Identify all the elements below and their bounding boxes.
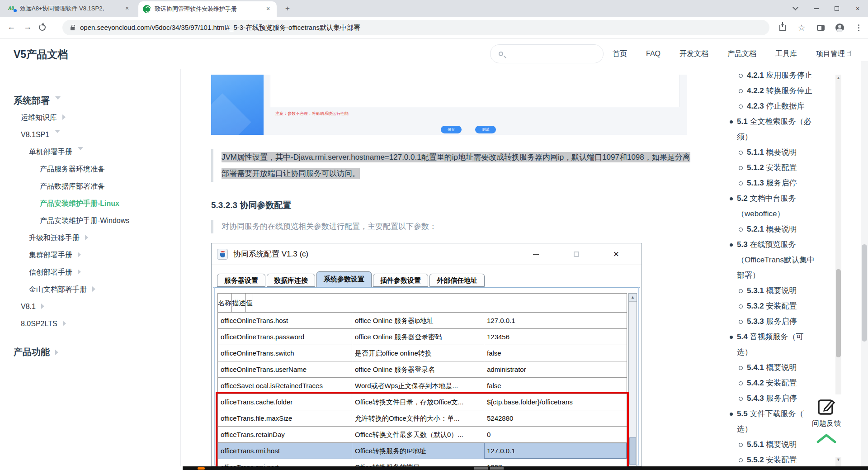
app-maximize-button (566, 243, 587, 265)
column-header: 名称 (218, 294, 232, 312)
toc-item[interactable]: 5.2 文档中台服务（weboffice） (729, 191, 817, 222)
toc-item[interactable]: 5.3.2 安装配置 (729, 299, 817, 314)
sidebar-item[interactable]: 单机部署手册 (0, 143, 180, 161)
cell-name: officeOnlineTrans.host (218, 313, 352, 328)
search-input[interactable] (508, 50, 597, 57)
sidebar-item[interactable]: 产品安装维护手册-Linux (0, 195, 180, 212)
table-row: officeOnlineTrans.switch 是否开启office onli… (218, 345, 627, 361)
toc-item[interactable]: 5.1.1 概要说明 (729, 145, 817, 160)
figure-button: 测试 (475, 126, 496, 133)
side-panel-button[interactable] (811, 25, 830, 31)
cell-description: office Online 服务器ip地址 (352, 313, 484, 328)
red-highlight-box (216, 392, 629, 469)
cell-name: officeSaveLocal.isRetainedTraces (218, 378, 352, 394)
sidebar-item[interactable]: 8.0SP2LTS (0, 315, 180, 332)
toc-item[interactable]: 5.1.3 服务启停 (729, 176, 817, 191)
sidebar-item[interactable]: 产品安装维护手册-Windows (0, 212, 180, 229)
feedback-widget: 问题反馈 (804, 394, 849, 457)
cell-description: Word或者Wps正文保存到本地是... (352, 378, 484, 394)
tab-title: 致远A8+协同管理软件 V8.1SP2, (20, 5, 120, 13)
nav-link[interactable]: 产品文档 (727, 49, 758, 59)
toc-item[interactable]: 5.1.2 安装配置 (729, 160, 817, 176)
figure-warning-text: 注意：参数不合理，将影响系统运行性能 (275, 111, 349, 117)
table-row: officeOnlineTrans.host office Online 服务器… (218, 313, 627, 329)
window-maximize-button[interactable] (826, 0, 847, 17)
toc-item[interactable]: 5.4.2 安装配置 (729, 375, 817, 391)
cell-description: office Online 服务器登录密码 (352, 329, 484, 345)
figure-screenshot-partial: 注意：参数不合理，将影响系统运行性能 保存测试 (211, 75, 687, 135)
window-close-button[interactable]: × (847, 0, 868, 17)
tab-close-icon[interactable]: × (264, 5, 272, 13)
cell-name: officeOnlineTrans.password (218, 329, 352, 345)
search-box[interactable] (490, 44, 604, 63)
sidebar-item[interactable]: 运维知识库 (0, 109, 180, 126)
sidebar-item[interactable]: 集群部署手册 (0, 247, 180, 264)
toc-item[interactable]: 5.4.1 概要说明 (729, 360, 817, 375)
sidebar-item[interactable]: 信创部署手册 (0, 264, 180, 281)
url-text: open.seeyoncloud.com/v5doc/34/35/97/101.… (80, 24, 360, 32)
sidebar-item[interactable]: 升级和迁移手册 (0, 229, 180, 247)
toc-item[interactable]: 4.2.1 应用服务停止 (729, 69, 817, 83)
sidebar-item[interactable]: 金山文档部署手册 (0, 281, 180, 298)
cell-value: 123456 (484, 329, 627, 345)
cell-value: false (484, 378, 627, 394)
address-bar[interactable]: open.seeyoncloud.com/v5doc/34/35/97/101.… (62, 20, 769, 35)
reload-button[interactable] (39, 24, 46, 31)
taskbar-app-icon (198, 467, 205, 470)
toc-item[interactable]: 4.2.3 停止数据库 (729, 99, 817, 114)
page-scrollbar[interactable] (861, 61, 868, 470)
sidebar-item[interactable]: 产品服务器环境准备 (0, 161, 180, 178)
scroll-up-icon[interactable]: ▲ (835, 76, 841, 80)
site-logo[interactable]: V5产品文档 (14, 47, 68, 62)
feedback-pencil-icon[interactable] (816, 396, 836, 416)
toc-item[interactable]: 5.4 音视频服务（可选） (729, 329, 817, 360)
avatar (835, 24, 844, 32)
taskbar-segment (490, 467, 504, 470)
taskbar-segment (474, 467, 488, 470)
forward-button[interactable]: → (24, 22, 32, 32)
toc-item[interactable]: 5.3 在线预览服务（OfficeTrans默认集中部署） (729, 237, 817, 283)
new-tab-button[interactable]: + (282, 3, 293, 14)
browser-tab-inactive[interactable]: A8 致远A8+协同管理软件 V8.1SP2, × (4, 0, 136, 17)
feedback-label[interactable]: 问题反馈 (804, 419, 849, 428)
toc-item[interactable]: 5.3.3 服务启停 (729, 314, 817, 329)
external-link-icon (847, 52, 851, 56)
toc-item[interactable]: 4.2.2 转换服务停止 (729, 83, 817, 99)
app-tab: 系统参数设置 (316, 271, 372, 287)
sidebar-item[interactable]: 产品数据库部署准备 (0, 178, 180, 195)
scrollbar-thumb[interactable] (836, 269, 841, 357)
back-button[interactable]: ← (7, 22, 15, 32)
back-to-top-button[interactable] (816, 433, 837, 444)
browser-toolbar: ← → open.seeyoncloud.com/v5doc/34/35/97/… (0, 17, 868, 38)
intro-blockquote: 对协同服务的在线预览相关参数进行配置，主要配置以下参数： (211, 220, 618, 233)
share-button[interactable] (773, 25, 792, 31)
tab-search-button[interactable] (785, 0, 806, 17)
nav-link[interactable]: 开发文档 (679, 49, 710, 59)
sidebar-item[interactable]: 系统部署 (0, 92, 180, 109)
scrollbar-thumb[interactable] (862, 244, 867, 342)
toc-item[interactable]: 5.3.1 概要说明 (729, 283, 817, 299)
nav-link[interactable]: 首页 (613, 49, 629, 59)
cell-description: 是否开启office online转换 (352, 345, 484, 361)
toc-item[interactable]: 5.1 全文检索服务（必须） (729, 114, 817, 145)
scrollbar-thumb (629, 437, 636, 465)
sidebar-item[interactable]: V8.1SP1 (0, 126, 180, 143)
profile-button[interactable] (830, 24, 849, 32)
nav-link[interactable]: FAQ (646, 50, 662, 58)
bookmark-button[interactable]: ☆ (792, 23, 811, 33)
scroll-down-icon[interactable]: ▼ (835, 457, 841, 462)
page: A8 致远A8+协同管理软件 V8.1SP2, × 致远协同管理软件安装维护手册… (0, 0, 868, 470)
browser-tab-active[interactable]: 致远协同管理软件安装维护手册 × (138, 1, 277, 17)
sidebar-item[interactable]: V8.1 (0, 298, 180, 315)
nav-link[interactable]: 工具库 (775, 49, 799, 59)
window-minimize-button[interactable] (806, 0, 826, 17)
toc-item[interactable]: 5.2.1 概要说明 (729, 222, 817, 237)
table-row: officeOnlineTrans.password office Online… (218, 329, 627, 345)
nav-link[interactable]: 项目管理 (816, 49, 851, 59)
toolbar-icons: ☆ (773, 17, 868, 38)
section-heading[interactable]: 5.3.2.3 协同参数配置 (211, 199, 291, 211)
app-window-title: 协同系统配置 V1.3 (c) (233, 249, 308, 259)
config-table-header: 名称描述值 (218, 294, 627, 313)
sidebar-item[interactable]: 产品功能 (0, 343, 180, 361)
tab-close-icon[interactable]: × (123, 5, 131, 13)
